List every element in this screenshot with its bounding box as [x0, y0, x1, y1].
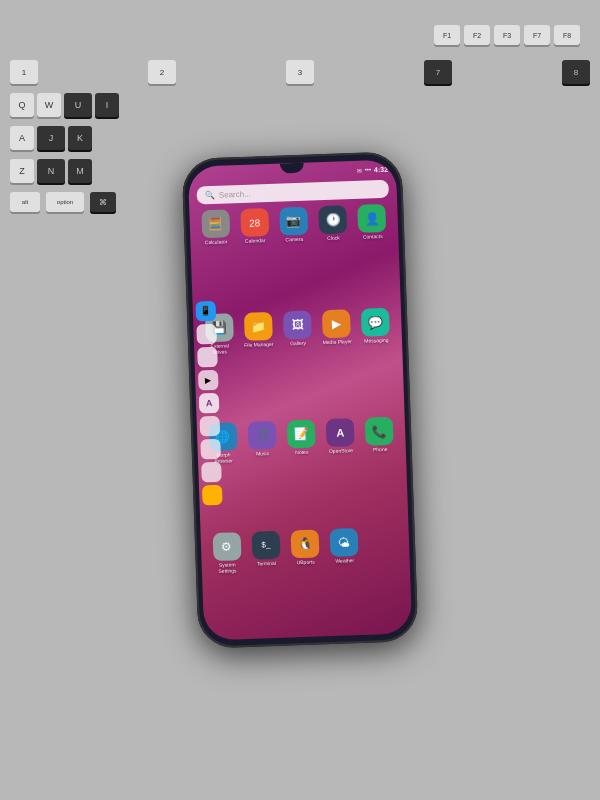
app-label-calendar: Calendar: [245, 237, 265, 244]
kb-key-f8[interactable]: F8: [554, 25, 580, 45]
kb-key-2[interactable]: 2: [148, 60, 176, 84]
phone-shell: ✉ ▪▪▪ 4:32 🔍 Search... 🧮 Calculator: [182, 151, 419, 648]
app-label-phone: Phone: [373, 446, 388, 453]
kb-key-f7[interactable]: F7: [524, 25, 550, 45]
app-media-player[interactable]: ▶ Media Player: [318, 309, 357, 416]
app-terminal[interactable]: $_ Terminal: [248, 530, 287, 637]
app-icon-contacts: 👤: [358, 204, 387, 233]
kb-key-j[interactable]: J: [37, 126, 65, 150]
app-weather[interactable]: 🌤 Weather: [326, 527, 365, 634]
dock-item-1[interactable]: [196, 324, 217, 345]
app-phone[interactable]: 📞 Phone: [361, 417, 400, 524]
dock-item-7[interactable]: [201, 462, 222, 483]
kb-key-m[interactable]: M: [68, 159, 92, 183]
mail-icon: ✉: [356, 166, 361, 173]
kb-key-alt[interactable]: alt: [10, 192, 40, 212]
phone: ✉ ▪▪▪ 4:32 🔍 Search... 🧮 Calculator: [182, 151, 419, 648]
app-label-messaging: Messaging: [364, 336, 388, 343]
app-label-calculator: Calculator: [205, 238, 228, 245]
app-label-file-manager: File Manager: [244, 340, 273, 347]
app-openstore[interactable]: A OpenStore: [322, 418, 361, 525]
app-label-terminal: Terminal: [257, 559, 276, 566]
search-placeholder: Search...: [219, 189, 251, 199]
app-messaging[interactable]: 💬 Messaging: [358, 307, 397, 414]
app-label-media-player: Media Player: [322, 338, 351, 345]
app-system-settings[interactable]: ⚙ System Settings: [209, 532, 248, 639]
app-grid: 🧮 Calculator 28 Calendar 📷 Camera 🕐 Cloc…: [189, 201, 412, 640]
app-icon-file-manager: 📁: [244, 311, 273, 340]
kb-key-u[interactable]: U: [64, 93, 92, 117]
search-icon: 🔍: [205, 190, 215, 199]
kb-key-n[interactable]: N: [37, 159, 65, 183]
dock-item-0[interactable]: 📱: [196, 301, 217, 322]
app-label-openstore: OpenStore: [329, 447, 353, 454]
app-label-weather: Weather: [335, 557, 354, 564]
kb-key-i[interactable]: I: [95, 93, 119, 117]
search-bar[interactable]: 🔍 Search...: [196, 180, 389, 205]
app-calculator[interactable]: 🧮 Calculator: [197, 209, 236, 310]
dock-item-2[interactable]: [197, 347, 218, 368]
app-label-ubports: UBports: [296, 558, 314, 565]
dock-item-amber[interactable]: [202, 485, 223, 506]
app-label-clock: Clock: [327, 235, 340, 241]
app-clock[interactable]: 🕐 Clock: [315, 205, 354, 306]
app-music[interactable]: 🎵 Music: [244, 421, 283, 528]
app-icon-openstore: A: [326, 418, 355, 447]
status-time: 4:32: [374, 165, 388, 172]
kb-key-f3[interactable]: F3: [494, 25, 520, 45]
scene: F1 F2 F3 F7 F8 1 2 3 7 8 Q W U I: [0, 0, 600, 800]
kb-key-5[interactable]: 8: [562, 60, 590, 84]
app-icon-terminal: $_: [251, 530, 280, 559]
kb-key-3[interactable]: 3: [286, 60, 314, 84]
kb-key-f2[interactable]: F2: [464, 25, 490, 45]
app-label-music: Music: [256, 450, 269, 456]
battery-icon: ▪▪▪: [364, 166, 371, 172]
app-icon-calendar: 28: [240, 208, 269, 237]
app-file-manager[interactable]: 📁 File Manager: [240, 311, 279, 418]
app-icon-notes: 📝: [287, 419, 316, 448]
kb-key-4[interactable]: 7: [424, 60, 452, 84]
app-icon-music: 🎵: [248, 421, 277, 450]
phone-screen: ✉ ▪▪▪ 4:32 🔍 Search... 🧮 Calculator: [188, 160, 412, 641]
dock-item-6[interactable]: [200, 439, 221, 460]
app-ubports[interactable]: 🐧 UBports: [287, 529, 326, 636]
dock-item-play[interactable]: ▶: [198, 370, 219, 391]
app-icon-camera: 📷: [279, 207, 308, 236]
app-icon-system-settings: ⚙: [212, 532, 241, 561]
app-notes[interactable]: 📝 Notes: [283, 419, 322, 526]
app-contacts[interactable]: 👤 Contacts: [354, 204, 393, 305]
app-camera[interactable]: 📷 Camera: [276, 207, 315, 308]
kb-key-cmd[interactable]: ⌘: [90, 192, 116, 212]
app-icon-messaging: 💬: [361, 307, 390, 336]
app-label-contacts: Contacts: [363, 233, 383, 240]
dock-item-openstore[interactable]: A: [199, 393, 220, 414]
kb-key-z[interactable]: Z: [10, 159, 34, 183]
app-icon-phone: 📞: [365, 417, 394, 446]
kb-key-w[interactable]: W: [37, 93, 61, 117]
app-icon-gallery: 🖼: [283, 310, 312, 339]
app-icon-clock: 🕐: [318, 205, 347, 234]
app-icon-calculator: 🧮: [201, 209, 230, 238]
dock-item-5[interactable]: [200, 416, 221, 437]
kb-key-q[interactable]: Q: [10, 93, 34, 117]
status-icons: ✉ ▪▪▪ 4:32: [356, 165, 388, 173]
app-icon-weather: 🌤: [330, 528, 359, 557]
kb-key-a[interactable]: A: [10, 126, 34, 150]
kb-key-option[interactable]: option: [46, 192, 84, 212]
kb-key-f1[interactable]: F1: [434, 25, 460, 45]
app-calendar[interactable]: 28 Calendar: [236, 208, 275, 309]
app-gallery[interactable]: 🖼 Gallery: [279, 310, 318, 417]
kb-key-k[interactable]: K: [68, 126, 92, 150]
app-icon-media-player: ▶: [322, 309, 351, 338]
app-label-system-settings: System Settings: [211, 561, 243, 574]
app-label-gallery: Gallery: [290, 339, 306, 346]
app-label-notes: Notes: [295, 449, 308, 455]
app-icon-ubports: 🐧: [291, 529, 320, 558]
kb-key-1[interactable]: 1: [10, 60, 38, 84]
app-label-camera: Camera: [285, 236, 303, 243]
